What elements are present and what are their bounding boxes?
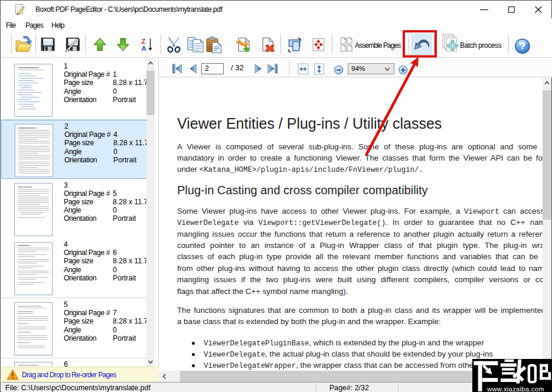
svg-text:?: ?	[520, 41, 525, 52]
svg-text:Z: Z	[142, 38, 146, 45]
svg-text:A: A	[142, 45, 146, 52]
svg-text:www.xiazaiba.com: www.xiazaiba.com	[486, 386, 544, 392]
